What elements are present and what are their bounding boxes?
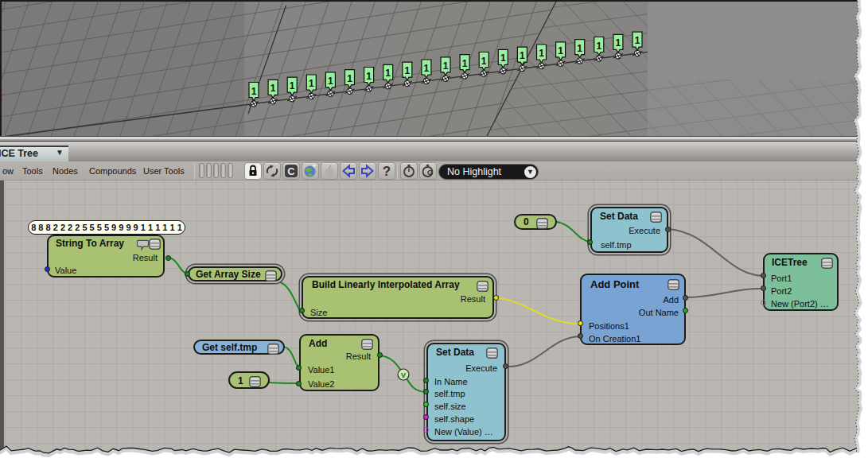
svg-text:1: 1: [616, 37, 621, 49]
svg-text:1: 1: [539, 48, 544, 59]
svg-text:1: 1: [385, 68, 391, 79]
svg-text:1: 1: [635, 35, 640, 46]
svg-text:1: 1: [577, 43, 582, 54]
svg-text:+: +: [312, 163, 316, 170]
svg-text:1: 1: [271, 83, 276, 94]
svg-text:1: 1: [520, 50, 525, 61]
svg-text:1: 1: [309, 78, 314, 89]
svg-text:1: 1: [443, 60, 449, 72]
svg-text:G: G: [427, 169, 433, 177]
svg-text:1: 1: [366, 71, 372, 82]
svg-text:1: 1: [481, 56, 487, 67]
svg-text:?: ?: [383, 164, 391, 179]
svg-text:C: C: [287, 165, 295, 177]
svg-text:1: 1: [424, 63, 430, 74]
svg-text:1: 1: [500, 52, 506, 64]
svg-text:1: 1: [251, 86, 257, 97]
svg-text:1: 1: [596, 41, 601, 52]
svg-text:1: 1: [347, 73, 352, 84]
svg-text:1: 1: [558, 45, 563, 56]
svg-text:V: V: [401, 371, 406, 379]
svg-text:1: 1: [462, 58, 468, 69]
svg-text:1: 1: [328, 76, 333, 87]
svg-text:1: 1: [404, 65, 410, 76]
svg-text:1: 1: [290, 80, 295, 91]
